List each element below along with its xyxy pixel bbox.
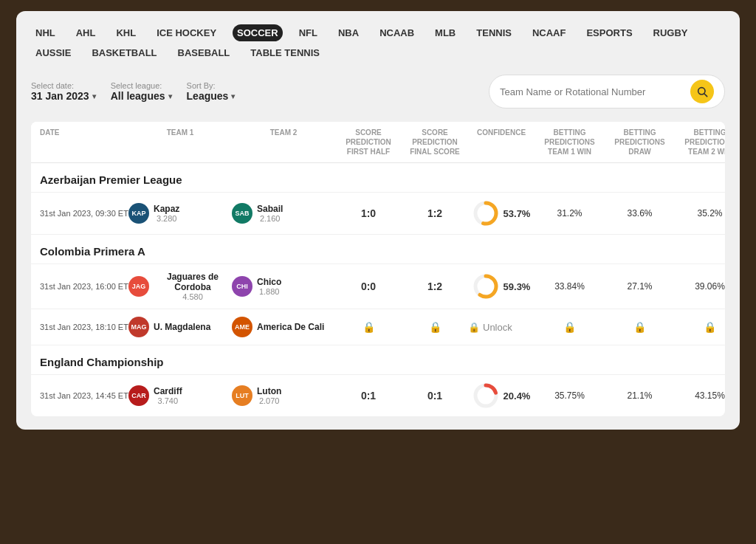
confidence-value: 53.7% xyxy=(504,208,531,219)
main-container: NHLAHLKHLICE HOCKEYSOCCERNFLNBANCAABMLBT… xyxy=(16,11,740,430)
bet-team1: 33.84% xyxy=(535,281,605,292)
team2-name: Chico xyxy=(257,277,281,287)
team1-odds: 3.280 xyxy=(154,214,179,223)
league-header: Azerbaijan Premier League xyxy=(31,163,725,193)
bet-cell-locked: 🔒 xyxy=(605,321,675,333)
team1-logo: CAR xyxy=(128,385,149,406)
confidence-unlock[interactable]: 🔒 Unlock xyxy=(468,322,535,333)
nav-item-mlb[interactable]: MLB xyxy=(430,24,460,41)
league-value[interactable]: All leagues ▾ xyxy=(111,90,172,102)
team1-logo: JAG xyxy=(128,276,149,297)
team1-cell: CAR Cardiff 3.740 xyxy=(128,385,232,406)
team2-name: America De Cali xyxy=(257,322,324,332)
bet-cell-locked: 🔒 xyxy=(535,321,605,333)
th-bet-team2: BETTINGPREDICTIONSTEAM 2 WIN xyxy=(675,128,725,156)
confidence-value: 20.4% xyxy=(504,390,531,402)
match-date: 31st Jan 2023, 09:30 ET xyxy=(40,207,128,220)
search-button[interactable] xyxy=(690,80,714,103)
unlock-label: Unlock xyxy=(483,322,512,333)
th-score-first: SCOREPREDICTIONFIRST HALF xyxy=(335,128,402,156)
team2-name: Sabail xyxy=(257,204,283,214)
bet-team1: 31.2% xyxy=(535,208,605,218)
date-filter: Select date: 31 Jan 2023 ▾ xyxy=(31,81,96,102)
league-label: Select league: xyxy=(111,81,172,90)
th-team2: TEAM 2 xyxy=(232,128,335,156)
league-chevron-icon: ▾ xyxy=(168,92,172,100)
score-first-half: 0:1 xyxy=(335,390,402,402)
nav-item-nfl[interactable]: NFL xyxy=(295,24,322,41)
match-date: 31st Jan 2023, 18:10 ET xyxy=(40,321,128,334)
team2-logo: AME xyxy=(232,317,252,337)
confidence-cell: 59.3% xyxy=(468,273,535,300)
unlock-button[interactable]: 🔒 Unlock xyxy=(468,322,535,333)
league-filter: Select league: All leagues ▾ xyxy=(111,81,172,102)
table-header: DATE TEAM 1 TEAM 2 SCOREPREDICTIONFIRST … xyxy=(31,122,725,163)
nav-item-rugby[interactable]: RUGBY xyxy=(649,24,693,41)
team1-cell: MAG U. Magdalena xyxy=(128,317,232,337)
date-label: Select date: xyxy=(31,81,96,90)
league-header: Colombia Primera A xyxy=(31,235,725,264)
filters-bar: Select date: 31 Jan 2023 ▾ Select league… xyxy=(31,75,725,109)
score-first-half: 1:0 xyxy=(335,207,402,219)
date-value[interactable]: 31 Jan 2023 ▾ xyxy=(31,90,96,102)
team2-logo: LUT xyxy=(232,385,252,406)
nav-item-basketball[interactable]: BASKETBALL xyxy=(87,44,161,61)
match-date: 31st Jan 2023, 16:00 ET xyxy=(40,280,128,293)
team1-cell: KAP Kapaz 3.280 xyxy=(128,203,232,224)
search-box xyxy=(489,75,725,109)
team1-name: Cardiff xyxy=(154,386,182,396)
table-row: 31st Jan 2023, 14:45 ET CAR Cardiff 3.74… xyxy=(31,375,725,416)
team1-logo: MAG xyxy=(128,317,149,337)
team2-cell: AME America De Cali xyxy=(232,317,335,337)
team1-name: Kapaz xyxy=(154,204,179,214)
bet-team1: 35.75% xyxy=(535,390,605,401)
search-icon xyxy=(696,86,708,97)
confidence-value: 59.3% xyxy=(504,281,531,292)
team2-logo: CHI xyxy=(232,276,252,297)
team2-name: Luton xyxy=(257,386,281,396)
svg-line-1 xyxy=(704,94,707,97)
nav-item-khl[interactable]: KHL xyxy=(111,24,140,41)
bet-draw: 21.1% xyxy=(605,390,675,401)
th-confidence: CONFIDENCE xyxy=(468,128,535,156)
team2-cell: SAB Sabail 2.160 xyxy=(232,203,335,224)
bet-team2: 39.06% xyxy=(675,281,725,292)
nav-item-baseball[interactable]: BASEBALL xyxy=(173,44,235,61)
nav-item-soccer[interactable]: SOCCER xyxy=(233,24,283,41)
confidence-cell: 53.7% xyxy=(468,200,535,227)
table-row: 31st Jan 2023, 09:30 ET KAP Kapaz 3.280 … xyxy=(31,193,725,235)
team2-odds: 1.880 xyxy=(257,287,281,296)
confidence-cell: 20.4% xyxy=(468,382,535,409)
team2-logo: SAB xyxy=(232,203,252,224)
nav-item-ice-hockey[interactable]: ICE HOCKEY xyxy=(152,24,221,41)
score-final-locked: 🔒 xyxy=(402,321,468,333)
nav-item-esports[interactable]: ESPORTS xyxy=(582,24,636,41)
nav-item-ncaaf[interactable]: NCAAF xyxy=(528,24,571,41)
nav-item-table-tennis[interactable]: TABLE TENNIS xyxy=(246,44,324,61)
league-header: England Championship xyxy=(31,345,725,375)
team1-odds: 3.740 xyxy=(154,396,182,405)
sport-nav: NHLAHLKHLICE HOCKEYSOCCERNFLNBANCAABMLBT… xyxy=(31,24,725,61)
date-chevron-icon: ▾ xyxy=(92,92,96,100)
team2-cell: CHI Chico 1.880 xyxy=(232,276,335,297)
sort-filter: Sort By: Leagues ▾ xyxy=(187,81,236,102)
team1-cell: JAG Jaguares de Cordoba 4.580 xyxy=(128,272,232,301)
team1-logo: KAP xyxy=(128,203,149,224)
table-row: 31st Jan 2023, 16:00 ET JAG Jaguares de … xyxy=(31,264,725,309)
nav-item-ahl[interactable]: AHL xyxy=(72,24,100,41)
nav-item-nhl[interactable]: NHL xyxy=(31,24,60,41)
team1-name: Jaguares de Cordoba xyxy=(154,272,232,292)
nav-item-ncaab[interactable]: NCAAB xyxy=(375,24,419,41)
search-input[interactable] xyxy=(500,86,684,97)
bet-team2: 43.15% xyxy=(675,390,725,401)
nav-item-nba[interactable]: NBA xyxy=(334,24,363,41)
team2-cell: LUT Luton 2.070 xyxy=(232,385,335,406)
th-bet-draw: BETTINGPREDICTIONSDRAW xyxy=(605,128,675,156)
nav-item-tennis[interactable]: TENNIS xyxy=(472,24,516,41)
matches-body: Azerbaijan Premier League31st Jan 2023, … xyxy=(31,163,725,416)
th-bet-team1: BETTINGPREDICTIONSTEAM 1 WIN xyxy=(535,128,605,156)
lock-icon: 🔒 xyxy=(704,321,716,333)
nav-item-aussie[interactable]: AUSSIE xyxy=(31,44,75,61)
sort-label: Sort By: xyxy=(187,81,236,90)
sort-value[interactable]: Leagues ▾ xyxy=(187,90,236,102)
